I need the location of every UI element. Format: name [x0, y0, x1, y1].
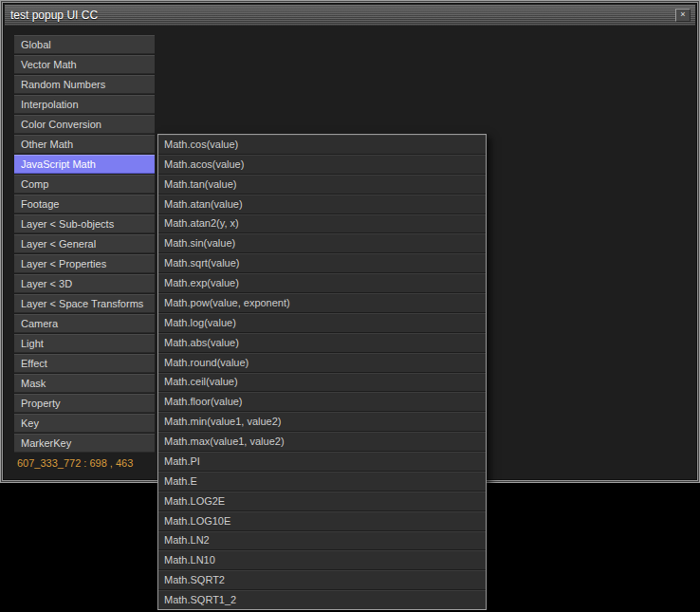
sidebar-item-markerkey[interactable]: MarkerKey	[14, 434, 155, 453]
status-text: 607_333_772 : 698 , 463	[17, 457, 133, 469]
sidebar-item-footage[interactable]: Footage	[14, 195, 155, 213]
menu-item[interactable]: Math.LN2	[158, 531, 486, 551]
sidebar-item-interpolation[interactable]: Interpolation	[14, 95, 155, 114]
menu-item[interactable]: Math.log(value)	[158, 313, 486, 333]
menu-item[interactable]: Math.atan2(y, x)	[158, 214, 486, 234]
sidebar-item-layer-properties[interactable]: Layer < Properties	[14, 254, 155, 273]
sidebar-item-vector-math[interactable]: Vector Math	[14, 55, 155, 74]
window-title: test popup UI CC	[5, 9, 98, 22]
menu-item[interactable]: Math.LOG10E	[158, 511, 486, 531]
sidebar-item-random-numbers[interactable]: Random Numbers	[14, 75, 155, 94]
sidebar-item-comp[interactable]: Comp	[14, 175, 155, 194]
screen-background: test popup UI CC × GlobalVector MathRand…	[0, 0, 700, 612]
sidebar-item-effect[interactable]: Effect	[14, 354, 155, 373]
menu-item[interactable]: Math.ceil(value)	[158, 373, 486, 393]
close-icon: ×	[680, 9, 685, 19]
menu-item[interactable]: Math.floor(value)	[158, 392, 486, 412]
menu-item[interactable]: Math.abs(value)	[158, 333, 486, 353]
sidebar-item-mask[interactable]: Mask	[14, 374, 155, 393]
category-list: GlobalVector MathRandom NumbersInterpola…	[14, 35, 155, 454]
menu-item[interactable]: Math.tan(value)	[158, 175, 486, 195]
sidebar-item-layer-general[interactable]: Layer < General	[14, 234, 155, 253]
sidebar-item-javascript-math[interactable]: JavaScript Math	[14, 155, 155, 174]
close-button[interactable]: ×	[675, 9, 691, 22]
menu-item[interactable]: Math.PI	[158, 452, 486, 472]
menu-item[interactable]: Math.atan(value)	[158, 195, 486, 214]
menu-item[interactable]: Math.min(value1, value2)	[158, 412, 486, 432]
popup-menu-list: Math.cos(value)Math.acos(value)Math.tan(…	[158, 135, 486, 609]
menu-item[interactable]: Math.exp(value)	[158, 273, 486, 293]
menu-item[interactable]: Math.sqrt(value)	[158, 253, 486, 273]
menu-item[interactable]: Math.round(value)	[158, 353, 486, 373]
sidebar-item-camera[interactable]: Camera	[14, 314, 155, 333]
menu-item[interactable]: Math.SQRT2	[158, 570, 486, 590]
sidebar-item-global[interactable]: Global	[14, 35, 155, 54]
sidebar-item-layer-space-transforms[interactable]: Layer < Space Transforms	[14, 294, 155, 313]
menu-item[interactable]: Math.LOG2E	[158, 491, 486, 511]
menu-item[interactable]: Math.LN10	[158, 550, 486, 570]
menu-item[interactable]: Math.SQRT1_2	[158, 590, 486, 609]
menu-item[interactable]: Math.cos(value)	[158, 135, 486, 155]
menu-item[interactable]: Math.sin(value)	[158, 233, 486, 253]
menu-item[interactable]: Math.E	[158, 472, 486, 491]
sidebar-item-light[interactable]: Light	[14, 334, 155, 353]
popup-menu: Math.cos(value)Math.acos(value)Math.tan(…	[157, 134, 487, 610]
sidebar-item-key[interactable]: Key	[14, 414, 155, 433]
sidebar-item-other-math[interactable]: Other Math	[14, 135, 155, 154]
menu-item[interactable]: Math.pow(value, exponent)	[158, 293, 486, 313]
sidebar-item-layer-3d[interactable]: Layer < 3D	[14, 274, 155, 293]
menu-item[interactable]: Math.max(value1, value2)	[158, 432, 486, 452]
menu-item[interactable]: Math.acos(value)	[158, 155, 486, 175]
sidebar-item-property[interactable]: Property	[14, 394, 155, 413]
sidebar-item-color-conversion[interactable]: Color Conversion	[14, 115, 155, 134]
window-titlebar[interactable]: test popup UI CC ×	[5, 5, 695, 26]
sidebar-item-layer-sub-objects[interactable]: Layer < Sub-objects	[14, 214, 155, 233]
